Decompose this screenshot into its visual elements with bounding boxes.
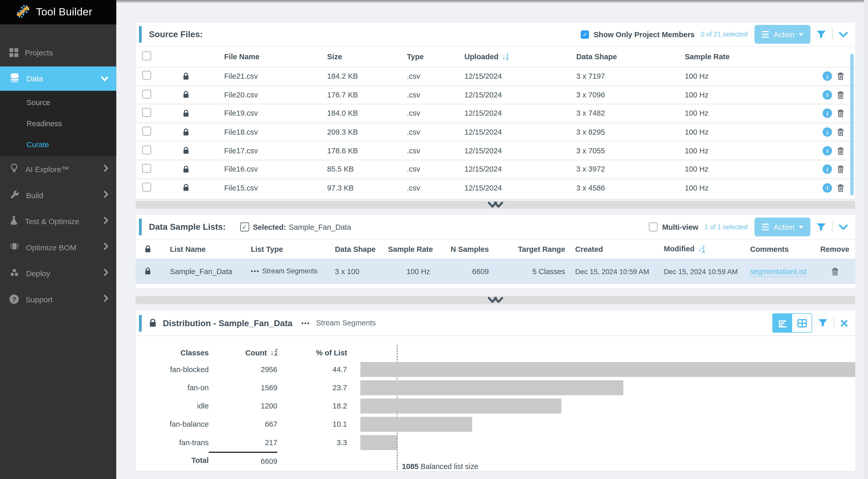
sidebar-item-deploy[interactable]: Deploy bbox=[0, 260, 116, 286]
dist-count: 217 bbox=[209, 433, 277, 452]
trash-icon[interactable] bbox=[837, 109, 844, 118]
sample-lists-table-header: List Name List Type Data Shape Sample Ra… bbox=[136, 239, 855, 259]
row-checkbox[interactable] bbox=[142, 90, 151, 98]
source-file-row: File20.csv 176.7 KB .csv 12/15/2024 3 x … bbox=[136, 86, 855, 105]
distribution-close-button[interactable] bbox=[840, 319, 848, 327]
balanced-list-size-label: 1085 Balanced list size bbox=[402, 462, 478, 471]
file-uploaded: 12/15/2024 bbox=[451, 184, 563, 192]
sidebar-item-data[interactable]: Data bbox=[0, 66, 116, 91]
hamburger-icon bbox=[762, 224, 769, 230]
select-all-checkbox[interactable] bbox=[142, 52, 151, 61]
row-checkbox[interactable] bbox=[142, 127, 151, 136]
col-sample-rate: Sample Rate bbox=[672, 53, 804, 61]
col-count[interactable]: Count↓ZA bbox=[209, 345, 277, 360]
file-size: 184.2 KB bbox=[314, 72, 394, 80]
filter-funnel-icon bbox=[816, 30, 826, 38]
row-checkbox[interactable] bbox=[142, 164, 151, 173]
panel-accent-bar bbox=[139, 315, 142, 331]
lock-icon bbox=[183, 128, 189, 136]
sidebar-item-support[interactable]: ? Support bbox=[0, 286, 116, 312]
file-sample-rate: 100 Hz bbox=[672, 165, 804, 173]
trash-icon[interactable] bbox=[837, 184, 844, 192]
source-panel-collapse-handle[interactable] bbox=[136, 201, 855, 209]
source-table-scrollbar[interactable] bbox=[850, 54, 854, 195]
col-type: Type bbox=[394, 53, 451, 61]
row-checkbox[interactable] bbox=[142, 183, 151, 192]
show-only-project-members-checkbox[interactable]: ✓ bbox=[581, 30, 589, 38]
dist-class: fan-balance bbox=[136, 415, 209, 433]
source-collapse-button[interactable] bbox=[839, 31, 848, 37]
sidebar-item-test-optimize[interactable]: Test & Optimize bbox=[0, 208, 116, 234]
sidebar-item-readiness[interactable]: Readiness bbox=[0, 113, 116, 134]
dist-class: fan-blocked bbox=[136, 360, 209, 379]
file-name: File16.csv bbox=[211, 165, 314, 173]
sidebar-item-projects[interactable]: Projects bbox=[0, 40, 116, 65]
col-file-name: File Name bbox=[211, 53, 314, 61]
lists-panel-collapse-handle[interactable] bbox=[136, 296, 855, 304]
dist-class: fan-on bbox=[136, 379, 209, 397]
source-action-button[interactable]: Action bbox=[755, 25, 810, 43]
row-checkbox[interactable] bbox=[142, 71, 151, 80]
source-files-panel: Source Files: ✓ Show Only Project Member… bbox=[136, 23, 855, 199]
source-filter-button[interactable] bbox=[816, 30, 826, 38]
chevron-right-icon bbox=[103, 191, 108, 200]
sidebar-item-build[interactable]: Build bbox=[0, 182, 116, 208]
distribution-subtitle: •••Stream Segments bbox=[301, 319, 376, 327]
view-toggle-group bbox=[772, 313, 812, 333]
sidebar-item-ai-explore[interactable]: AI Explore™ bbox=[0, 156, 116, 182]
bar-chart-view-button[interactable] bbox=[773, 314, 793, 332]
list-type: •••Stream Segments bbox=[241, 267, 325, 275]
show-only-project-members-label: Show Only Project Members bbox=[594, 30, 695, 38]
selected-list-checkbox[interactable]: ✓ bbox=[240, 223, 249, 231]
file-type: .csv bbox=[394, 184, 451, 192]
sidebar-item-curate[interactable]: Curate bbox=[0, 134, 116, 155]
sub-item-label: Curate bbox=[27, 140, 49, 149]
list-comments: segmentationList bbox=[740, 267, 814, 276]
col-list-name: List Name bbox=[160, 245, 241, 253]
page-scrollbar[interactable] bbox=[864, 0, 868, 479]
lists-action-button[interactable]: Action bbox=[755, 218, 810, 236]
trash-icon[interactable] bbox=[837, 72, 844, 80]
source-files-title: Source Files: bbox=[149, 29, 203, 39]
lists-collapse-button[interactable] bbox=[839, 224, 848, 230]
trash-icon[interactable] bbox=[837, 91, 844, 99]
file-name: File18.csv bbox=[211, 128, 314, 136]
col-size: Size bbox=[314, 53, 394, 61]
info-icon[interactable]: i bbox=[823, 90, 832, 100]
trash-icon[interactable] bbox=[837, 165, 844, 173]
info-icon[interactable]: i bbox=[823, 109, 832, 118]
list-target-range: 5 Classes bbox=[489, 267, 565, 276]
info-icon[interactable]: i bbox=[823, 183, 832, 193]
row-checkbox[interactable] bbox=[142, 146, 151, 154]
lists-selection-status: 1 of 1 selected bbox=[704, 223, 748, 231]
chevron-down-icon bbox=[101, 74, 108, 83]
sidebar-item-source[interactable]: Source bbox=[0, 92, 116, 113]
file-sample-rate: 100 Hz bbox=[672, 72, 804, 80]
multi-view-checkbox[interactable] bbox=[649, 223, 658, 231]
info-icon[interactable]: i bbox=[823, 71, 832, 81]
dist-class: idle bbox=[136, 397, 209, 415]
file-data-shape: 3 x 7197 bbox=[563, 72, 671, 80]
chevron-right-icon bbox=[103, 294, 108, 304]
col-modified[interactable]: Modified↓ZA bbox=[654, 245, 740, 253]
file-size: 184.0 KB bbox=[314, 109, 394, 118]
trash-icon[interactable] bbox=[837, 147, 844, 155]
info-icon[interactable]: i bbox=[823, 146, 832, 155]
trash-icon[interactable] bbox=[831, 267, 838, 276]
row-checkbox[interactable] bbox=[142, 108, 151, 117]
info-icon[interactable]: i bbox=[823, 127, 832, 137]
trash-icon[interactable] bbox=[837, 128, 844, 136]
col-uploaded[interactable]: Uploaded↓19 bbox=[451, 53, 563, 61]
lists-filter-button[interactable] bbox=[816, 223, 826, 231]
dist-count: 1200 bbox=[209, 397, 277, 415]
comments-link[interactable]: segmentationList bbox=[750, 267, 806, 277]
distribution-filter-button[interactable] bbox=[818, 319, 828, 327]
sidebar-item-optimize-bom[interactable]: Optimize BOM bbox=[0, 234, 116, 260]
info-icon[interactable]: i bbox=[823, 165, 832, 174]
sample-list-row[interactable]: Sample_Fan_Data •••Stream Segments 3 x 1… bbox=[136, 258, 855, 284]
main-area: Source Files: ✓ Show Only Project Member… bbox=[116, 0, 868, 479]
list-modified: Dec 15, 2024 10:59 AM bbox=[654, 267, 740, 276]
table-view-button[interactable] bbox=[792, 314, 812, 332]
lock-icon bbox=[149, 318, 157, 328]
caret-down-icon bbox=[799, 33, 803, 38]
